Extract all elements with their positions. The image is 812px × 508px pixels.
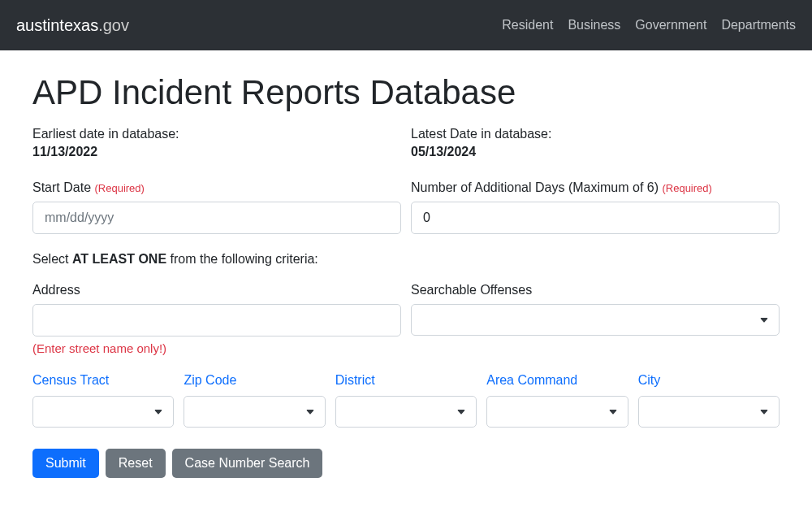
case-number-search-button[interactable]: Case Number Search [172,449,323,478]
nav-government[interactable]: Government [635,18,706,33]
criteria-row: Address (Enter street name only!) Search… [32,283,780,355]
page-title: APD Incident Reports Database [32,73,780,112]
offenses-select[interactable] [411,304,780,336]
district-select[interactable] [335,396,477,428]
brand-domain: .gov [98,16,129,34]
earliest-date-value: 11/13/2022 [32,145,401,159]
zip-code-label: Zip Code [184,373,325,388]
brand-main: austintexas [16,16,98,34]
area-command-label: Area Command [486,373,628,388]
primary-nav: Resident Business Government Departments [502,18,796,33]
nav-business[interactable]: Business [568,18,620,33]
date-range-info-row: Earliest date in database: 11/13/2022 La… [32,127,780,174]
nav-departments[interactable]: Departments [721,18,796,33]
button-row: Submit Reset Case Number Search [32,449,780,478]
latest-date-label: Latest Date in database: [411,127,780,141]
nav-resident[interactable]: Resident [502,18,553,33]
filter-row: Census Tract Zip Code District Area Comm… [32,373,780,428]
earliest-date-label: Earliest date in database: [32,127,401,141]
census-tract-label: Census Tract [32,373,174,388]
start-date-label: Start Date (Required) [32,180,401,195]
city-select[interactable] [638,396,780,428]
additional-days-label: Number of Additional Days (Maximum of 6)… [411,180,780,195]
additional-days-input[interactable] [411,202,780,234]
census-tract-select[interactable] [32,396,174,428]
main-container: APD Incident Reports Database Earliest d… [16,50,796,501]
top-navbar: austintexas.gov Resident Business Govern… [0,0,812,50]
area-command-select[interactable] [486,396,628,428]
reset-button[interactable]: Reset [106,449,166,478]
address-input[interactable] [32,304,401,336]
city-label: City [638,373,780,388]
zip-code-select[interactable] [184,396,325,428]
offenses-label: Searchable Offenses [411,283,780,297]
date-inputs-row: Start Date (Required) Number of Addition… [32,180,780,234]
required-tag: (Required) [662,182,711,194]
submit-button[interactable]: Submit [32,449,99,478]
criteria-instruction: Select AT LEAST ONE from the following c… [32,252,780,267]
required-tag: (Required) [94,182,144,194]
latest-date-value: 05/13/2024 [411,145,780,159]
site-brand[interactable]: austintexas.gov [16,16,129,35]
address-help-text: (Enter street name only!) [32,341,401,355]
start-date-input[interactable] [32,202,401,234]
address-label: Address [32,283,401,297]
district-label: District [335,373,477,388]
